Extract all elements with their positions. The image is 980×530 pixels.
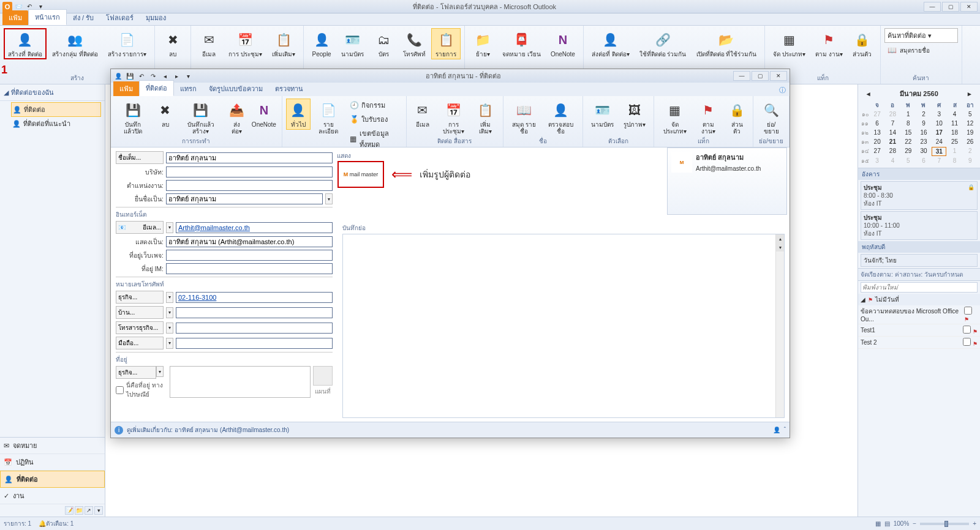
new-contact-button[interactable]: 👤สร้างที่ ติดต่อ bbox=[4, 28, 47, 59]
business-phone-input[interactable] bbox=[176, 292, 333, 303]
share-contacts-button[interactable]: 🔗ใช้ที่ติดต่อ ร่วมกัน bbox=[635, 28, 691, 59]
business-addr-input[interactable] bbox=[170, 366, 311, 398]
conenote-button[interactable]: NOneNote bbox=[250, 99, 278, 130]
meeting-button[interactable]: 📅การ ประชุม▾ bbox=[224, 28, 266, 59]
email-input[interactable] bbox=[176, 222, 333, 233]
people-pane-expand-icon[interactable]: ˆ bbox=[784, 427, 786, 433]
zoom-in-icon[interactable]: + bbox=[973, 520, 976, 527]
open-shared-button[interactable]: 📂เปิดที่ติดต่อ ที่ใช้ร่วมกัน bbox=[692, 28, 761, 59]
mobile-button[interactable]: มือถือ... bbox=[116, 337, 164, 349]
show-activities-button[interactable]: 🕘กิจกรรม bbox=[346, 99, 402, 112]
task-group-header[interactable]: ◢ ⚑ ไม่มีวันที่ bbox=[858, 294, 980, 305]
view-reading-icon[interactable]: ▤ bbox=[884, 520, 890, 527]
czoom-button[interactable]: 🔍ย่อ/ขยาย bbox=[757, 99, 785, 136]
task-check[interactable] bbox=[963, 338, 971, 346]
qat-redo-icon[interactable]: ↷ bbox=[148, 71, 158, 81]
nav-suggested-item[interactable]: 👤ที่ติดต่อที่แนะนำ bbox=[11, 117, 101, 130]
fileas-input[interactable] bbox=[166, 193, 323, 204]
more-button[interactable]: 📋เพิ่มเติม▾ bbox=[268, 28, 300, 59]
addressbook-button[interactable]: 📖สมุดรายชื่อ bbox=[884, 44, 933, 56]
view-people-button[interactable]: 👤People bbox=[307, 28, 336, 59]
notes-textarea[interactable]: ▴▾ bbox=[342, 234, 785, 418]
jobtitle-input[interactable] bbox=[166, 180, 333, 191]
view-list-button[interactable]: 📋รายการ bbox=[431, 28, 461, 59]
save-new-button[interactable]: 💾บันทึกแล้ว สร้าง▾ bbox=[179, 99, 223, 136]
contact-minimize-button[interactable]: — bbox=[733, 71, 750, 81]
contact-maximize-button[interactable]: ▢ bbox=[752, 71, 769, 81]
fullname-input[interactable] bbox=[166, 152, 333, 163]
ctab-file[interactable]: แฟ้ม bbox=[113, 81, 139, 96]
ccategorize-button[interactable]: ▦จัด ประเภท▾ bbox=[658, 99, 692, 136]
home-phone-button[interactable]: บ้าน... bbox=[116, 306, 164, 319]
ctab-review[interactable]: ตรวจทาน bbox=[269, 81, 309, 96]
zoom-out-icon[interactable]: − bbox=[913, 520, 916, 527]
task-item[interactable]: ข้อความทดสอบของ Microsoft Office Ou... ⚑ bbox=[858, 305, 980, 324]
email-button[interactable]: ✉อีเมล bbox=[195, 28, 223, 59]
view-bcard-button[interactable]: 🪪นามบัตร bbox=[337, 28, 368, 59]
new-task-input[interactable] bbox=[861, 282, 978, 293]
nav-contacts-item[interactable]: 👤ที่ติดต่อ bbox=[11, 102, 101, 117]
business-card-preview[interactable]: M อาทิตย์ สกุลนาม Arthit@mailmaster.co.t… bbox=[667, 147, 787, 215]
cdelete-button[interactable]: ✖ลบ bbox=[153, 99, 178, 130]
contact-photo-placeholder[interactable]: M mail master bbox=[337, 161, 384, 188]
qat-undo-icon[interactable]: ↶ bbox=[137, 71, 146, 81]
new-group-button[interactable]: 👥สร้างกลุ่ม ที่ติดต่อ bbox=[48, 28, 102, 59]
cforward-button[interactable]: 📤ส่ง ต่อ▾ bbox=[224, 99, 249, 136]
nav-contacts-button[interactable]: 👤ที่ติดต่อ bbox=[0, 471, 105, 488]
qat-dropdown-icon[interactable]: ▾ bbox=[183, 71, 193, 81]
ctab-insert[interactable]: แทรก bbox=[174, 81, 203, 96]
task-check[interactable] bbox=[963, 326, 971, 334]
map-button[interactable]: แผนที่ bbox=[313, 366, 333, 396]
cprivate-button[interactable]: 🔒ส่วนตัว bbox=[725, 99, 749, 136]
show-details-button[interactable]: 📄รายละเอียด bbox=[312, 99, 345, 136]
tab-home[interactable]: หน้าแรก bbox=[28, 9, 67, 25]
minimize-button[interactable]: — bbox=[924, 2, 941, 12]
nav-notes-mini-icon[interactable]: 📝 bbox=[65, 506, 74, 515]
qat-prev-icon[interactable]: ◂ bbox=[160, 71, 170, 81]
tasks-sort-header[interactable]: จัดเรียงตาม: ค่าสถานะ: วันครบกำหนด bbox=[858, 268, 980, 281]
mailing-address-checkbox[interactable]: นี่คือที่อยู่ ทางไปรษณีย์ bbox=[116, 381, 167, 399]
cal-prev-icon[interactable]: ◂ bbox=[867, 90, 870, 98]
task-item[interactable]: Test1 ⚑ bbox=[858, 324, 980, 337]
displayas-input[interactable] bbox=[166, 236, 333, 247]
delete-button[interactable]: ✖ลบ bbox=[159, 28, 187, 59]
nav-header[interactable]: ◢ ที่ติดต่อของฉัน bbox=[0, 84, 105, 101]
contact-close-button[interactable]: ✕ bbox=[770, 71, 787, 81]
agenda-item[interactable]: วันจักรี; ไทย bbox=[861, 254, 978, 267]
webpage-input[interactable] bbox=[166, 250, 333, 261]
agenda-item[interactable]: ประชุม 8:00 - 8:30 ห้อง IT 🔒 bbox=[861, 181, 978, 210]
agenda-item[interactable]: ประชุม 10:00 - 11:00 ห้อง IT bbox=[861, 211, 978, 240]
cmeeting-button[interactable]: 📅การ ประชุม▾ bbox=[436, 99, 471, 136]
home-phone-input[interactable] bbox=[176, 307, 333, 318]
view-phone-button[interactable]: 📞โทรศัพท์ bbox=[399, 28, 430, 59]
cmore-button[interactable]: 📋เพิ่มเติม▾ bbox=[472, 99, 499, 136]
ctab-format[interactable]: จัดรูปแบบข้อความ bbox=[203, 81, 269, 96]
onenote-button[interactable]: NOneNote bbox=[546, 28, 579, 59]
show-certs-button[interactable]: 🏅ใบรับรอง bbox=[346, 113, 402, 126]
email-field-dropdown-icon[interactable]: ▾ bbox=[166, 222, 173, 233]
nav-config-mini-icon[interactable]: ▾ bbox=[94, 506, 103, 515]
company-input[interactable] bbox=[166, 166, 333, 177]
email-field-button[interactable]: 📧อีเมล... bbox=[116, 221, 164, 234]
busfax-button[interactable]: โทรสารธุรกิจ... bbox=[116, 321, 164, 334]
view-normal-icon[interactable]: ▦ bbox=[875, 520, 881, 527]
business-addr-button[interactable]: ธุรกิจ... bbox=[116, 366, 156, 379]
flag-icon[interactable]: ⚑ bbox=[973, 341, 978, 347]
busfax-input[interactable] bbox=[176, 323, 333, 334]
business-addr-dropdown-icon[interactable]: ▾ bbox=[156, 366, 164, 377]
mobile-dropdown-icon[interactable]: ▾ bbox=[166, 338, 173, 349]
cemail-button[interactable]: ✉อีเมล bbox=[410, 99, 435, 130]
fwd-contact-button[interactable]: 👤ส่งต่อที่ ติดต่อ▾ bbox=[587, 28, 634, 59]
checknames-button[interactable]: 👤ตรวจสอบ ชื่อ bbox=[542, 99, 579, 136]
private-button[interactable]: 🔒ส่วนตัว bbox=[848, 28, 876, 59]
busfax-dropdown-icon[interactable]: ▾ bbox=[166, 323, 173, 334]
date-navigator[interactable]: ◂ มีนาคม 2560 ▸ จอพพศสอา๑๐272812345๑๑678… bbox=[858, 84, 980, 168]
im-input[interactable] bbox=[166, 263, 333, 274]
flag-icon[interactable]: ⚑ bbox=[964, 316, 969, 323]
qat-next-icon[interactable]: ▸ bbox=[172, 71, 181, 81]
nav-folder-mini-icon[interactable]: 📁 bbox=[75, 506, 83, 515]
mobile-input[interactable] bbox=[176, 338, 333, 349]
picture-button[interactable]: 🖼รูปภาพ▾ bbox=[619, 99, 650, 130]
followup-button[interactable]: ⚑ตาม งาน▾ bbox=[811, 28, 847, 59]
view-card-button[interactable]: 🗂บัตร bbox=[369, 28, 398, 59]
